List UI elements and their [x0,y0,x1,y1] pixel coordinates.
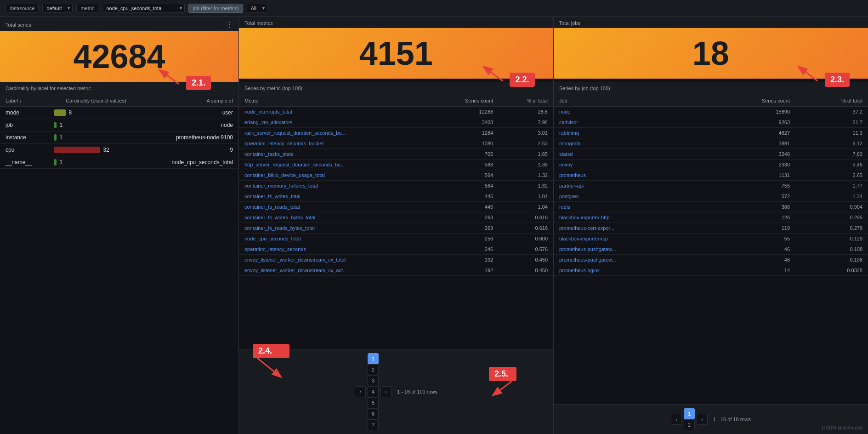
metric-name-cell[interactable]: container_fs_reads_total [239,202,432,212]
metric-col-series[interactable]: Series count [432,95,499,107]
metric-series-cell: 263 [432,212,499,223]
job-name-cell[interactable]: prometheus-pushgatew... [554,244,707,255]
cardinality-col-sample[interactable]: A sample of [143,95,238,107]
job-series-cell: 3246 [707,149,796,160]
metric-select[interactable]: node_cpu_seconds_total [102,4,185,13]
jobs-next-page-btn[interactable]: › [697,414,708,425]
datasource-select[interactable]: default [42,4,73,13]
table-row: container_fs_reads_bytes_total 263 0.616 [239,223,553,234]
metric-name-cell[interactable]: container_fs_reads_bytes_total [239,223,432,234]
metric-pct-cell: 1.32 [499,170,553,181]
metric-name-cell[interactable]: envoy_listener_worker_downstream_cx_tota… [239,255,432,265]
metric-name-cell[interactable]: container_tasks_state [239,149,432,160]
job-name-cell[interactable]: prometheus-cert-expor... [554,223,707,234]
right-pane: Series by job (top 100) Job Series count… [554,82,868,434]
job-pct-cell: 0.108 [795,244,868,255]
job-name-cell[interactable]: prometheus-pushgatew... [554,255,707,265]
job-name-cell[interactable]: postgres [554,191,707,202]
top-bar: datasource default metric node_cpu_secon… [0,0,868,17]
series-by-job-table: Job Series count % of total node 15890 3… [554,95,868,276]
job-name-cell[interactable]: node [554,107,707,117]
cardinality-scroll[interactable]: Label ↓ Cardinality (distinct values) A … [0,95,238,434]
job-pct-cell: 21.7 [795,117,868,128]
metric-series-cell: 192 [432,255,499,265]
metric-name-cell[interactable]: http_server_request_duration_seconds_bu.… [239,160,432,170]
metric-col-total[interactable]: % of total [499,95,553,107]
page-btn-4[interactable]: 4 [368,386,379,397]
job-pct-cell: 11.3 [795,128,868,138]
cardinality-col-cardinality[interactable]: Cardinality (distinct values) [49,95,143,107]
metric-name-cell[interactable]: operation_latency_seconds [239,244,432,255]
job-name-cell[interactable]: blackbox-exporter-tcp [554,234,707,244]
series-by-job-scroll[interactable]: Job Series count % of total node 15890 3… [554,95,868,404]
job-name-cell[interactable]: mongodb [554,138,707,149]
metric-pct-cell: 1.32 [499,181,553,191]
metric-name-cell[interactable]: rack_server_request_duration_seconds_bu.… [239,128,432,138]
job-name-cell[interactable]: redis [554,202,707,212]
job-name-cell[interactable]: cadvisor [554,117,707,128]
metric-pct-cell: 0.450 [499,255,553,265]
series-by-metric-title: Series by metric (top 100) [244,86,302,91]
job-name-cell[interactable]: envoy [554,160,707,170]
series-by-job-title: Series by job (top 100) [559,86,610,91]
metric-name-cell[interactable]: envoy_listener_worker_downstream_cx_act.… [239,265,432,276]
next-page-btn[interactable]: › [380,386,391,397]
cardinality-col-label[interactable]: Label ↓ [0,95,49,107]
page-btn-7[interactable]: 7 [368,419,379,430]
metric-name-cell[interactable]: node_cpu_seconds_total [239,234,432,244]
table-row: prometheus-nginx 14 0.0328 [554,265,868,276]
metric-series-cell: 445 [432,191,499,202]
job-pct-cell: 0.295 [795,212,868,223]
job-series-cell: 46 [707,244,796,255]
metric-pct-cell: 0.576 [499,244,553,255]
metric-name-cell[interactable]: erlang_vm_allocators [239,117,432,128]
job-series-cell: 126 [707,212,796,223]
job-page-btn-2[interactable]: 2 [684,419,695,430]
job-col-total[interactable]: % of total [795,95,868,107]
series-by-metric-scroll[interactable]: Metric Series count % of total node_inte… [239,95,553,349]
metric-name-cell[interactable]: container_blkio_device_usage_total [239,170,432,181]
job-col-series[interactable]: Series count [707,95,796,107]
page-btn-6[interactable]: 6 [368,408,379,419]
job-name-cell[interactable]: blackbox-exporter-http [554,212,707,223]
job-name-cell[interactable]: prometheus-nginx [554,265,707,276]
table-row: prometheus 1131 2.65 [554,170,868,181]
job-series-cell: 1131 [707,170,796,181]
metric-col-metric[interactable]: Metric [239,95,432,107]
prev-page-btn[interactable]: ‹ [355,386,366,397]
metric-name-cell[interactable]: container_memory_failures_total [239,181,432,191]
metric-series-cell: 256 [432,234,499,244]
page-btn-2[interactable]: 2 [368,364,379,375]
cardinality-section-title: Cardinality by label for selected metric [6,86,91,91]
metric-name-cell[interactable]: operation_latency_seconds_bucket [239,138,432,149]
job-select-wrap[interactable]: All [247,4,267,13]
sample-cell: 9 [143,144,238,156]
annotation-21: 2.1. [186,76,211,90]
label-cell: job [0,119,49,131]
total-jobs-card: Total jobs 18 2.3. [554,17,868,82]
job-col-job[interactable]: Job [554,95,707,107]
metric-name-cell[interactable]: container_fs_writes_bytes_total [239,212,432,223]
job-name-cell[interactable]: partner-api [554,181,707,191]
job-page-btn-1[interactable]: 1 [684,408,695,419]
metric-name-cell[interactable]: node_interrupts_total [239,107,432,117]
options-icon[interactable]: ⋮ [226,20,233,29]
page-btn-5[interactable]: 5 [368,397,379,408]
metrics-pagination: ‹ 1234567 › 1 - 16 of 100 rows [239,349,553,434]
job-name-cell[interactable]: statsd [554,149,707,160]
metric-select-wrap[interactable]: node_cpu_seconds_total [102,4,185,13]
job-name-cell[interactable]: rabbitmq [554,128,707,138]
datasource-select-wrap[interactable]: default [42,4,73,13]
metric-label: metric [76,4,98,13]
metric-pct-cell: 7.98 [499,117,553,128]
table-row: mode 8 user [0,107,238,119]
stat-cards-row: Total series ⋮ 42684 2.1. Total metrics [0,17,868,82]
page-btn-1[interactable]: 1 [368,353,379,364]
job-select[interactable]: All [247,4,267,13]
jobs-prev-page-btn[interactable]: ‹ [671,414,682,425]
job-name-cell[interactable]: prometheus [554,170,707,181]
metric-name-cell[interactable]: container_fs_writes_total [239,191,432,202]
job-series-cell: 55 [707,234,796,244]
job-filter-badge: job (filter for metrics) [188,4,243,13]
page-btn-3[interactable]: 3 [368,375,379,386]
